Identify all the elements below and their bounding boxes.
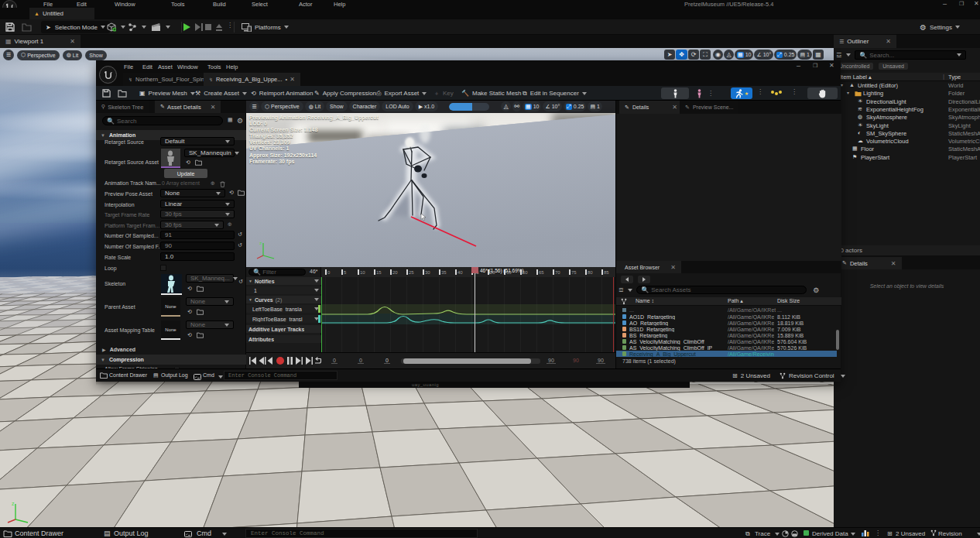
svg-text:z: z	[259, 241, 262, 245]
svg-text:z: z	[12, 501, 15, 506]
